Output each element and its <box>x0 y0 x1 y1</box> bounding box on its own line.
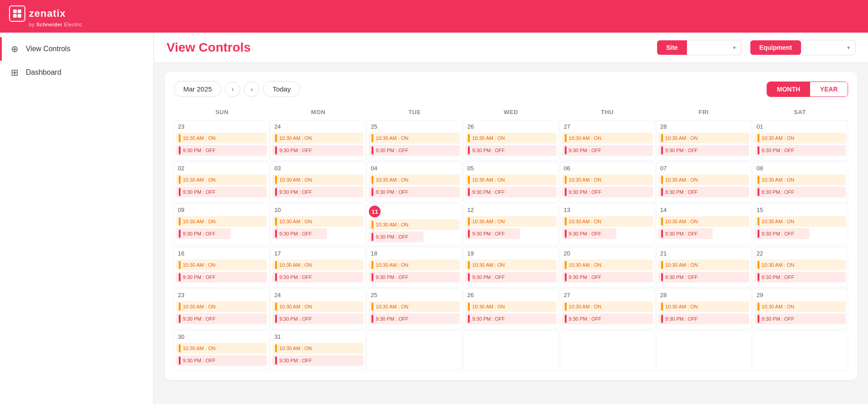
event-off[interactable]: 9:30 PM : OFF <box>369 272 460 283</box>
event-off[interactable]: 9:30 PM : OFF <box>272 187 363 197</box>
calendar-cell[interactable]: 2310:30 AM : ON9:30 PM : OFF <box>174 289 269 329</box>
event-off[interactable]: 9:30 PM : OFF <box>272 228 327 239</box>
site-dropdown[interactable] <box>687 40 741 55</box>
event-on[interactable]: 10:30 AM : ON <box>176 343 267 354</box>
month-view-button[interactable]: MONTH <box>767 82 810 96</box>
event-off[interactable]: 9:30 PM : OFF <box>176 228 231 239</box>
event-on[interactable]: 10:30 AM : ON <box>176 174 267 185</box>
event-off[interactable]: 9:30 PM : OFF <box>465 187 556 197</box>
event-off[interactable]: 9:30 PM : OFF <box>272 313 363 324</box>
event-on[interactable]: 10:30 AM : ON <box>562 260 653 270</box>
calendar-cell[interactable] <box>560 330 655 371</box>
event-off[interactable]: 9:30 PM : OFF <box>369 231 424 242</box>
event-off[interactable]: 9:30 PM : OFF <box>272 272 363 283</box>
event-off[interactable]: 9:30 PM : OFF <box>465 272 556 283</box>
prev-month-button[interactable]: ‹ <box>225 82 240 97</box>
calendar-cell[interactable]: 1610:30 AM : ON9:30 PM : OFF <box>174 247 269 288</box>
event-off[interactable]: 9:30 PM : OFF <box>176 355 267 366</box>
event-on[interactable]: 10:30 AM : ON <box>369 301 460 312</box>
event-off[interactable]: 9:30 PM : OFF <box>658 313 749 324</box>
event-on[interactable]: 10:30 AM : ON <box>755 133 846 144</box>
calendar-cell[interactable]: 0310:30 AM : ON9:30 PM : OFF <box>270 162 366 202</box>
event-on[interactable]: 10:30 AM : ON <box>658 301 749 312</box>
event-on[interactable]: 10:30 AM : ON <box>755 174 846 185</box>
event-on[interactable]: 10:30 AM : ON <box>658 216 749 227</box>
calendar-cell[interactable] <box>367 330 462 371</box>
calendar-cell[interactable]: 1710:30 AM : ON9:30 PM : OFF <box>270 247 366 288</box>
calendar-cell[interactable]: 2710:30 AM : ON9:30 PM : OFF <box>560 289 655 329</box>
calendar-cell[interactable]: 1510:30 AM : ON9:30 PM : OFF <box>753 203 848 246</box>
equipment-button[interactable]: Equipment <box>750 40 801 55</box>
next-month-button[interactable]: › <box>244 82 259 97</box>
event-off[interactable]: 9:30 PM : OFF <box>465 228 520 239</box>
calendar-cell[interactable]: 0710:30 AM : ON9:30 PM : OFF <box>656 162 752 202</box>
event-off[interactable]: 9:30 PM : OFF <box>465 145 556 156</box>
event-off[interactable]: 9:30 PM : OFF <box>755 145 846 156</box>
calendar-cell[interactable]: 2310:30 AM : ON9:30 PM : OFF <box>174 120 269 161</box>
event-off[interactable]: 9:30 PM : OFF <box>755 228 810 239</box>
calendar-cell[interactable]: 1410:30 AM : ON9:30 PM : OFF <box>656 203 752 246</box>
event-off[interactable]: 9:30 PM : OFF <box>755 272 846 283</box>
event-on[interactable]: 10:30 AM : ON <box>465 216 556 227</box>
event-on[interactable]: 10:30 AM : ON <box>272 260 363 270</box>
event-on[interactable]: 10:30 AM : ON <box>755 301 846 312</box>
calendar-cell[interactable]: 1210:30 AM : ON9:30 PM : OFF <box>463 203 558 246</box>
event-off[interactable]: 9:30 PM : OFF <box>176 313 267 324</box>
year-view-button[interactable]: YEAR <box>810 82 848 96</box>
calendar-cell[interactable]: 2510:30 AM : ON9:30 PM : OFF <box>367 289 462 329</box>
calendar-cell[interactable]: 1910:30 AM : ON9:30 PM : OFF <box>463 247 558 288</box>
event-on[interactable]: 10:30 AM : ON <box>658 133 749 144</box>
event-off[interactable]: 9:30 PM : OFF <box>369 313 460 324</box>
event-on[interactable]: 10:30 AM : ON <box>176 216 267 227</box>
event-on[interactable]: 10:30 AM : ON <box>176 133 267 144</box>
event-on[interactable]: 10:30 AM : ON <box>369 174 460 185</box>
event-on[interactable]: 10:30 AM : ON <box>272 301 363 312</box>
event-off[interactable]: 9:30 PM : OFF <box>658 228 713 239</box>
sidebar-item-view-controls[interactable]: ⊕ View Controls <box>0 37 153 61</box>
event-on[interactable]: 10:30 AM : ON <box>562 301 653 312</box>
calendar-cell[interactable]: 0410:30 AM : ON9:30 PM : OFF <box>367 162 462 202</box>
site-button[interactable]: Site <box>657 40 687 55</box>
event-off[interactable]: 9:30 PM : OFF <box>562 272 653 283</box>
event-on[interactable]: 10:30 AM : ON <box>562 133 653 144</box>
event-off[interactable]: 9:30 PM : OFF <box>658 187 749 197</box>
event-off[interactable]: 9:30 PM : OFF <box>755 313 846 324</box>
calendar-cell[interactable]: 2910:30 AM : ON9:30 PM : OFF <box>753 289 848 329</box>
event-off[interactable]: 9:30 PM : OFF <box>369 145 460 156</box>
calendar-cell[interactable]: 2610:30 AM : ON9:30 PM : OFF <box>463 120 558 161</box>
calendar-cell[interactable]: 3110:30 AM : ON9:30 PM : OFF <box>270 330 366 371</box>
event-on[interactable]: 10:30 AM : ON <box>562 174 653 185</box>
calendar-cell[interactable]: 0610:30 AM : ON9:30 PM : OFF <box>560 162 655 202</box>
event-on[interactable]: 10:30 AM : ON <box>465 133 556 144</box>
calendar-cell[interactable]: 1810:30 AM : ON9:30 PM : OFF <box>367 247 462 288</box>
calendar-cell[interactable]: 2710:30 AM : ON9:30 PM : OFF <box>560 120 655 161</box>
calendar-cell[interactable]: 1010:30 AM : ON9:30 PM : OFF <box>270 203 366 246</box>
calendar-cell[interactable]: 0810:30 AM : ON9:30 PM : OFF <box>753 162 848 202</box>
event-on[interactable]: 10:30 AM : ON <box>272 216 363 227</box>
event-on[interactable]: 10:30 AM : ON <box>755 216 846 227</box>
event-on[interactable]: 10:30 AM : ON <box>272 174 363 185</box>
event-off[interactable]: 9:30 PM : OFF <box>658 272 749 283</box>
event-off[interactable]: 9:30 PM : OFF <box>369 187 460 197</box>
event-off[interactable]: 9:30 PM : OFF <box>562 228 617 239</box>
event-on[interactable]: 10:30 AM : ON <box>369 260 460 270</box>
event-off[interactable]: 9:30 PM : OFF <box>562 145 653 156</box>
calendar-cell[interactable]: 2410:30 AM : ON9:30 PM : OFF <box>270 120 366 161</box>
event-on[interactable]: 10:30 AM : ON <box>272 343 363 354</box>
calendar-cell[interactable] <box>753 330 848 371</box>
calendar-cell[interactable] <box>463 330 558 371</box>
event-off[interactable]: 9:30 PM : OFF <box>755 187 846 197</box>
event-on[interactable]: 10:30 AM : ON <box>658 174 749 185</box>
event-on[interactable]: 10:30 AM : ON <box>465 301 556 312</box>
calendar-cell[interactable]: 1310:30 AM : ON9:30 PM : OFF <box>560 203 655 246</box>
event-off[interactable]: 9:30 PM : OFF <box>465 313 556 324</box>
calendar-cell[interactable]: 0210:30 AM : ON9:30 PM : OFF <box>174 162 269 202</box>
calendar-cell[interactable]: 2210:30 AM : ON9:30 PM : OFF <box>753 247 848 288</box>
event-on[interactable]: 10:30 AM : ON <box>176 301 267 312</box>
event-off[interactable]: 9:30 PM : OFF <box>562 187 653 197</box>
calendar-cell[interactable]: 3010:30 AM : ON9:30 PM : OFF <box>174 330 269 371</box>
calendar-cell[interactable]: 0510:30 AM : ON9:30 PM : OFF <box>463 162 558 202</box>
calendar-cell[interactable]: 2510:30 AM : ON9:30 PM : OFF <box>367 120 462 161</box>
event-on[interactable]: 10:30 AM : ON <box>176 260 267 270</box>
calendar-cell[interactable]: 0910:30 AM : ON9:30 PM : OFF <box>174 203 269 246</box>
